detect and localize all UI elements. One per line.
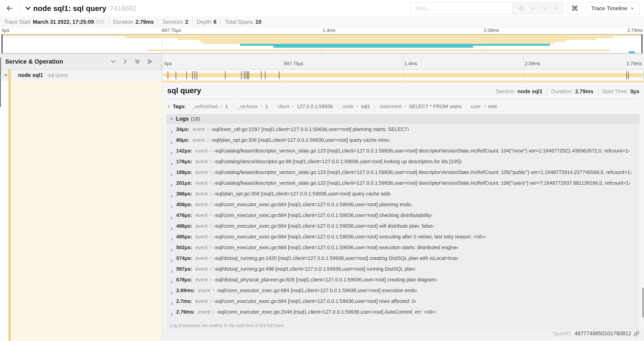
log-equals: = <box>206 127 210 132</box>
next-match-icon[interactable] <box>542 6 548 11</box>
span-row-label-cell[interactable]: node sql1 sql query <box>0 70 162 81</box>
clear-search-icon[interactable]: × <box>554 5 557 12</box>
log-expand-icon[interactable] <box>170 141 174 145</box>
log-expand-icon[interactable] <box>170 162 174 166</box>
detail-header: sql query Service: node sql1 Duration: 2… <box>162 83 644 95</box>
log-field-key: event <box>195 180 208 186</box>
log-expand-icon[interactable] <box>170 216 174 220</box>
locate-icon[interactable] <box>519 6 524 11</box>
log-timestamp: 495μs: <box>176 234 192 240</box>
collapse-span-chevron[interactable] <box>3 73 8 78</box>
log-row[interactable]: 574μs: event = ‹sql/distsql_running.go:1… <box>166 255 640 266</box>
log-row[interactable]: 176μs: event = ‹sql/catalog/descs/descri… <box>166 159 640 169</box>
minimap-right-handle[interactable] <box>642 35 642 53</box>
log-field-value: ‹sql/conn_executor_exec.go:684 [nsql1,cl… <box>214 234 486 240</box>
tag-item[interactable]: statement = SELECT * FROM users <box>375 104 466 109</box>
tag-item[interactable]: node = sql1 <box>338 104 375 109</box>
log-expand-icon[interactable] <box>170 291 174 295</box>
log-row[interactable]: 486μs: event = ‹sql/conn_executor_exec.g… <box>166 223 640 234</box>
expand-one-icon[interactable] <box>122 58 128 65</box>
log-row[interactable]: 142μs: event = ‹sql/catalog/lease/descri… <box>166 148 640 159</box>
log-row[interactable]: 366μs: event = ‹sql/plan_opt.go:358 [nsq… <box>166 191 640 202</box>
log-row[interactable]: 201μs: event = ‹sql/catalog/lease/descri… <box>166 180 640 191</box>
log-field-key: event <box>195 266 208 272</box>
log-row[interactable]: 495μs: event = ‹sql/conn_executor_exec.g… <box>166 234 640 245</box>
log-row[interactable]: 459μs: event = ‹sql/conn_executor_exec.g… <box>166 202 640 212</box>
log-expand-icon[interactable] <box>170 194 174 198</box>
collapse-trace-chevron[interactable] <box>24 5 32 12</box>
tag-key: node <box>342 104 354 109</box>
span-bar-track[interactable] <box>162 70 644 81</box>
tag-equals: = <box>292 104 294 109</box>
log-expand-icon[interactable] <box>170 130 174 134</box>
log-row[interactable]: 678μs: event = ‹sql/distsql_physical_pla… <box>166 277 640 288</box>
log-field-key: event <box>195 234 208 240</box>
log-expand-icon[interactable] <box>170 173 174 177</box>
log-timestamp: 2.7ms: <box>176 298 192 304</box>
detail-left-background <box>11 81 162 341</box>
log-row[interactable]: 189μs: event = ‹sql/catalog/lease/descri… <box>166 169 640 180</box>
column-resizer[interactable]: || <box>160 63 164 69</box>
log-field-value: ‹sql/conn_executor_exec.go:684 [nsql1,cl… <box>217 288 418 293</box>
log-field-key: event <box>195 255 208 261</box>
log-expand-icon[interactable] <box>170 248 174 252</box>
log-expand-icon[interactable] <box>170 226 174 231</box>
log-marker-tick <box>628 71 629 79</box>
detail-meta: Service: node sql1 Duration: 2.79ms Star… <box>492 88 640 95</box>
right-scrollbar-thumb[interactable] <box>642 288 644 317</box>
log-row[interactable]: 597μs: event = ‹sql/distsql_running.go:4… <box>166 266 640 277</box>
collapse-one-icon[interactable] <box>110 58 116 65</box>
log-expand-icon[interactable] <box>170 259 174 263</box>
trace-depth: Depth 6 <box>193 17 221 27</box>
span-duration-bar[interactable] <box>163 73 642 77</box>
log-field-key: event <box>198 288 210 293</box>
tag-item[interactable]: _unfinished = 1 <box>188 104 232 109</box>
log-equals: = <box>209 234 212 240</box>
log-row[interactable]: 2.7ms: event = ‹sql/conn_executor_exec.g… <box>166 298 640 309</box>
tag-item[interactable]: _verbose = 1 <box>232 104 273 109</box>
log-field-value: ‹sql/conn_executor_exec.go:684 [nsql1,cl… <box>214 202 412 207</box>
tag-value: 127.0.0.1:59936 <box>297 104 333 109</box>
log-timestamp: 574μs: <box>176 255 192 261</box>
log-expand-icon[interactable] <box>170 302 174 306</box>
tags-section[interactable]: Tags: _unfinished = 1 _verbose = 1 clien… <box>166 102 640 111</box>
collapse-all-icon[interactable] <box>134 58 140 65</box>
tag-item[interactable]: client = 127.0.0.1:59936 <box>273 104 338 109</box>
log-field-key: event <box>195 223 208 229</box>
log-expand-icon[interactable] <box>170 312 174 316</box>
log-equals: = <box>209 159 212 164</box>
chevron-down-icon <box>24 5 32 12</box>
tags-expand-icon[interactable] <box>166 104 171 109</box>
ruler-tick-label: 0μs <box>164 61 172 66</box>
minimap-left-handle[interactable] <box>2 35 2 53</box>
log-expand-icon[interactable] <box>170 280 174 284</box>
log-expand-icon[interactable] <box>170 183 174 188</box>
log-field-key: event <box>195 169 208 175</box>
prev-match-icon[interactable] <box>530 6 536 11</box>
log-row[interactable]: 2.79ms: event = ‹sql/conn_executor_exec.… <box>166 309 640 320</box>
tag-item[interactable]: user = root <box>466 104 501 109</box>
log-row[interactable]: 34μs: event = ‹sql/exec_util.go:2297 [ns… <box>166 127 640 137</box>
log-expand-icon[interactable] <box>170 237 174 241</box>
keyboard-shortcuts-button[interactable]: ⌘ <box>568 2 582 14</box>
tag-equals: = <box>404 104 407 109</box>
left-scrollbar-thumb[interactable] <box>0 58 1 107</box>
log-row[interactable]: 502μs: event = ‹sql/conn_executor_exec.g… <box>166 245 640 255</box>
tag-equals: = <box>483 104 486 109</box>
log-row[interactable]: 476μs: event = ‹sql/conn_executor_exec.g… <box>166 212 640 223</box>
find-input[interactable] <box>411 3 512 14</box>
tag-value: SELECT * FROM users <box>409 104 462 109</box>
log-row[interactable]: 2.69ms: event = ‹sql/conn_executor_exec.… <box>166 288 640 298</box>
log-expand-icon[interactable] <box>170 205 174 209</box>
log-row[interactable]: 80μs: event = ‹sql/plan_opt.go:358 [nsql… <box>166 137 640 148</box>
logs-header[interactable]: Logs (18) <box>166 114 640 124</box>
log-field-key: event <box>195 159 208 164</box>
log-expand-icon[interactable] <box>170 151 174 155</box>
trace-view-selector[interactable]: Trace Timeline <box>586 2 640 14</box>
logs-collapse-icon[interactable] <box>169 117 174 121</box>
deep-link-icon[interactable] <box>634 330 640 336</box>
back-button[interactable] <box>0 0 20 17</box>
expand-all-icon[interactable] <box>146 58 153 65</box>
log-expand-icon[interactable] <box>170 269 174 274</box>
minimap-canvas[interactable] <box>2 34 642 54</box>
